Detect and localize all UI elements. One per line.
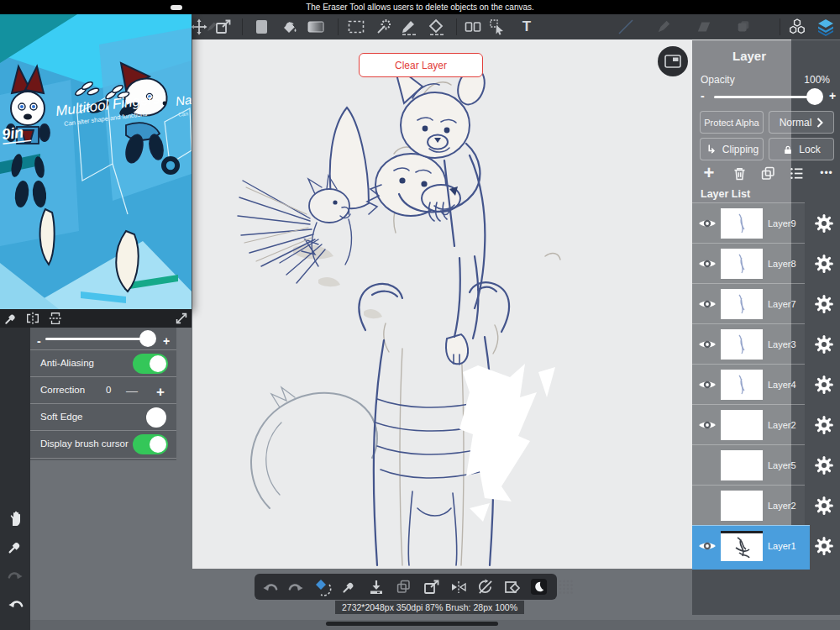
flip-horizontal-icon[interactable]	[24, 310, 41, 327]
layer-name: Layer2	[768, 420, 796, 430]
eye-icon[interactable]	[698, 417, 717, 433]
home-indicator[interactable]	[326, 622, 498, 626]
save-icon[interactable]	[366, 577, 386, 596]
eye-icon[interactable]	[698, 336, 717, 353]
redo-icon[interactable]	[286, 577, 306, 596]
hand-tool-icon[interactable]	[6, 509, 24, 528]
select-pen-tool-icon[interactable]	[399, 18, 417, 36]
soft-edge-knob[interactable]	[146, 407, 166, 428]
lock-button[interactable]: Lock	[769, 138, 834, 160]
pen-tool-icon[interactable]	[654, 18, 673, 36]
layer-row[interactable]: Layer8	[692, 243, 805, 284]
layer-thumbnail	[721, 249, 763, 279]
rect-fill-tool-icon[interactable]	[253, 18, 271, 36]
eraser-mode-icon[interactable]	[313, 577, 333, 596]
flip-vertical-icon[interactable]	[47, 310, 64, 327]
opacity-slider-knob[interactable]	[806, 88, 823, 105]
duplicate-icon[interactable]	[394, 577, 413, 596]
layer-row[interactable]: Layer2	[692, 404, 805, 445]
layer-name: Layer7	[768, 299, 796, 309]
layer-row[interactable]: Layer3	[692, 323, 805, 365]
transform-tool-icon[interactable]	[213, 18, 232, 36]
opacity-plus-button[interactable]: +	[829, 89, 836, 102]
delete-layer-button[interactable]	[729, 163, 749, 183]
gear-icon[interactable]	[815, 537, 833, 555]
stamp-tool-icon[interactable]	[734, 18, 753, 36]
bucket-fill-tool-icon[interactable]	[281, 18, 299, 36]
eye-icon[interactable]	[698, 215, 717, 232]
floating-window-toggle-button[interactable]	[658, 46, 688, 76]
gear-icon[interactable]	[815, 456, 833, 475]
gear-icon[interactable]	[815, 416, 833, 434]
brush-size-slider-knob[interactable]	[139, 330, 156, 347]
status-text: 2732*2048px 350dpi 87% Brush: 28px 100%	[342, 602, 517, 612]
divide-canvas-icon[interactable]	[464, 18, 482, 36]
layer-list-view-button[interactable]	[786, 163, 806, 183]
gear-icon[interactable]	[815, 375, 833, 394]
redo-icon[interactable]	[6, 566, 24, 585]
grid-dots-icon[interactable]	[556, 577, 575, 596]
brush-size-slider-track[interactable]	[45, 338, 151, 340]
gear-icon[interactable]	[815, 214, 833, 233]
eye-icon[interactable]	[698, 538, 717, 554]
export-transform-icon[interactable]	[421, 577, 440, 596]
undo-icon[interactable]	[260, 577, 280, 596]
layer-row[interactable]: Layer5	[692, 444, 805, 486]
opacity-value: 100%	[804, 74, 830, 86]
layer-row[interactable]: Layer2	[692, 485, 805, 526]
anti-aliasing-label: Anti-Aliasing	[40, 358, 94, 368]
layer-thumbnail	[721, 370, 763, 400]
gear-icon[interactable]	[815, 335, 833, 354]
gear-icon[interactable]	[815, 255, 833, 273]
opacity-minus-button[interactable]: -	[701, 89, 705, 102]
more-options-button[interactable]: •••	[816, 163, 837, 183]
rotate-reset-icon[interactable]	[475, 577, 495, 596]
layer-row[interactable]: Layer7	[692, 283, 805, 324]
undo-icon[interactable]	[6, 595, 24, 613]
magic-wand-tool-icon[interactable]	[373, 18, 391, 36]
clear-layer-button[interactable]: Clear Layer	[359, 53, 483, 77]
eyedropper-icon[interactable]	[6, 538, 24, 556]
duplicate-layer-button[interactable]	[758, 163, 778, 183]
gear-icon[interactable]	[815, 295, 833, 313]
eye-icon[interactable]	[698, 255, 717, 272]
layer-name: Layer3	[768, 339, 796, 349]
correction-plus-button[interactable]: +	[156, 384, 165, 401]
flip-canvas-icon[interactable]	[449, 577, 468, 596]
brush-size-plus[interactable]: +	[163, 334, 170, 348]
layer-row[interactable]: Layer9	[692, 202, 805, 244]
reference-artwork: 9in Multitool Fingers Can alter shape an…	[0, 14, 192, 309]
toolbar-separator	[242, 18, 243, 35]
eye-icon[interactable]	[698, 296, 717, 312]
select-eraser-tool-icon[interactable]	[427, 18, 445, 36]
resize-window-icon[interactable]	[173, 310, 190, 327]
display-brush-cursor-toggle[interactable]	[133, 434, 168, 454]
blend-mode-button[interactable]: Normal	[769, 111, 834, 134]
eyedropper-icon[interactable]	[3, 310, 19, 327]
clear-canvas-icon[interactable]	[502, 577, 522, 596]
eyedropper-icon[interactable]	[339, 577, 359, 596]
opacity-slider-track[interactable]	[714, 96, 822, 98]
brush-size-minus[interactable]: -	[37, 334, 41, 348]
window-collapse-handle[interactable]	[171, 5, 182, 10]
correction-minus-button[interactable]: —	[126, 384, 138, 397]
eye-icon[interactable]	[698, 376, 717, 393]
gear-icon[interactable]	[815, 496, 833, 515]
protect-alpha-button[interactable]: Protect Alpha	[700, 111, 764, 134]
reference-image-window[interactable]: 9in Multitool Fingers Can alter shape an…	[0, 14, 192, 309]
layers-panel-icon[interactable]	[816, 18, 835, 36]
text-tool-icon[interactable]: T	[517, 18, 536, 36]
gradient-tool-icon[interactable]	[307, 18, 325, 36]
layer-row[interactable]: Layer1	[692, 525, 810, 570]
eraser-tool-icon[interactable]	[695, 18, 713, 36]
brush-stroke-preview-icon[interactable]	[617, 18, 635, 36]
clipping-button[interactable]: Clipping	[700, 138, 764, 160]
material-panel-icon[interactable]	[788, 18, 806, 36]
add-layer-button[interactable]: +	[699, 163, 719, 183]
select-move-tool-icon[interactable]	[488, 18, 507, 36]
layer-row[interactable]: Layer4	[692, 364, 805, 405]
invert-display-button[interactable]	[529, 577, 549, 596]
layer-name: Layer4	[768, 380, 796, 390]
select-rect-tool-icon[interactable]	[347, 18, 365, 36]
anti-aliasing-toggle[interactable]	[133, 354, 168, 374]
